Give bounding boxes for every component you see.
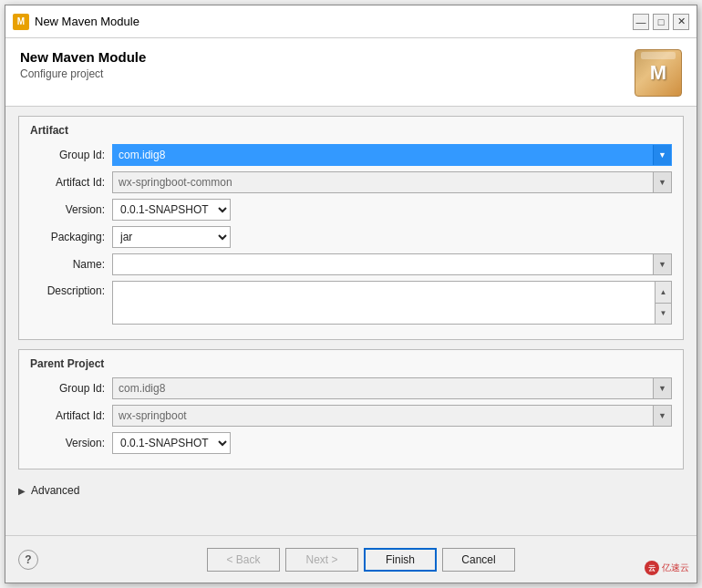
- advanced-row[interactable]: ▶ Advanced: [18, 479, 684, 502]
- parent-group-id-control: com.idig8 ▼: [112, 377, 672, 399]
- packaging-row: Packaging: jar war pom: [30, 226, 672, 248]
- cancel-button[interactable]: Cancel: [442, 548, 515, 572]
- parent-group-id-row: Group Id: com.idig8 ▼: [30, 377, 672, 399]
- watermark-icon: 云: [645, 561, 659, 575]
- description-value: [113, 282, 655, 324]
- footer-left: ?: [18, 550, 38, 570]
- parent-version-row: Version: 0.0.1-SNAPSHOT: [30, 432, 672, 454]
- footer-buttons: < Back Next > Finish Cancel: [38, 548, 684, 572]
- packaging-control: jar war pom: [112, 226, 672, 248]
- version-select[interactable]: 0.0.1-SNAPSHOT: [112, 199, 231, 221]
- parent-version-control: 0.0.1-SNAPSHOT: [112, 432, 672, 454]
- packaging-label: Packaging:: [30, 231, 112, 243]
- header-text: New Maven Module Configure project: [20, 49, 146, 80]
- parent-group-id-arrow[interactable]: ▼: [653, 378, 671, 398]
- artifact-id-row: Artifact Id: wx-springboot-common ▼: [30, 171, 672, 193]
- window-title: New Maven Module: [35, 15, 633, 28]
- group-id-value: com.idig8: [119, 149, 165, 161]
- parent-artifact-id-label: Artifact Id:: [30, 409, 112, 422]
- group-id-label: Group Id:: [30, 149, 112, 161]
- spinner-down[interactable]: ▼: [656, 304, 671, 325]
- parent-artifact-id-arrow[interactable]: ▼: [653, 406, 671, 426]
- help-button[interactable]: ?: [18, 550, 38, 570]
- artifact-id-label: Artifact Id:: [30, 176, 112, 189]
- back-button[interactable]: < Back: [207, 548, 280, 572]
- group-id-row: Group Id: com.idig8 ▼: [30, 144, 672, 166]
- parent-version-select[interactable]: 0.0.1-SNAPSHOT: [112, 432, 231, 454]
- finish-button[interactable]: Finish: [364, 548, 437, 572]
- watermark: 云 亿速云: [645, 561, 689, 575]
- window-icon: M: [13, 14, 29, 30]
- parent-artifact-id-combo[interactable]: wx-springboot ▼: [112, 405, 672, 427]
- name-label: Name:: [30, 258, 112, 271]
- advanced-arrow: ▶: [18, 486, 26, 496]
- parent-group-id-value: com.idig8: [119, 382, 165, 395]
- version-row: Version: 0.0.1-SNAPSHOT: [30, 199, 672, 221]
- name-control: ▼: [112, 253, 672, 275]
- content-area: Artifact Group Id: com.idig8 ▼ Artifact …: [5, 107, 697, 535]
- description-label: Description:: [30, 281, 112, 297]
- artifact-id-value: wx-springboot-common: [119, 176, 232, 189]
- parent-section: Parent Project Group Id: com.idig8 ▼ Art…: [18, 349, 684, 469]
- parent-group-id-label: Group Id:: [30, 382, 112, 395]
- dialog-subtitle: Configure project: [20, 67, 146, 80]
- parent-artifact-id-control: wx-springboot ▼: [112, 405, 672, 427]
- description-row: Description: ▲ ▼: [30, 281, 672, 325]
- maven-icon: M: [635, 49, 682, 97]
- spinner-up[interactable]: ▲: [656, 282, 671, 304]
- dialog-title: New Maven Module: [20, 49, 146, 65]
- name-row: Name: ▼: [30, 253, 672, 275]
- window-controls: — □ ✕: [633, 14, 689, 30]
- advanced-label: Advanced: [31, 484, 79, 497]
- parent-artifact-id-value: wx-springboot: [119, 409, 187, 422]
- maximize-button[interactable]: □: [653, 14, 669, 30]
- description-spinner-btns: ▲ ▼: [655, 282, 671, 324]
- main-window: M New Maven Module — □ ✕ New Maven Modul…: [5, 5, 697, 583]
- parent-group-id-combo[interactable]: com.idig8 ▼: [112, 377, 672, 399]
- description-spinner[interactable]: ▲ ▼: [112, 281, 672, 325]
- watermark-text: 亿速云: [662, 562, 689, 574]
- version-label: Version:: [30, 203, 112, 216]
- version-control: 0.0.1-SNAPSHOT: [112, 199, 672, 221]
- name-combo[interactable]: ▼: [112, 253, 672, 275]
- minimize-button[interactable]: —: [633, 14, 649, 30]
- artifact-id-combo[interactable]: wx-springboot-common ▼: [112, 171, 672, 193]
- parent-version-label: Version:: [30, 437, 112, 449]
- group-id-control: com.idig8 ▼: [112, 144, 672, 166]
- footer: ? < Back Next > Finish Cancel 云 亿速云: [5, 535, 697, 583]
- group-id-arrow[interactable]: ▼: [653, 145, 671, 165]
- packaging-select[interactable]: jar war pom: [112, 226, 231, 248]
- artifact-section-title: Artifact: [30, 124, 672, 137]
- parent-section-title: Parent Project: [30, 357, 672, 370]
- description-control: ▲ ▼: [112, 281, 672, 325]
- parent-artifact-id-row: Artifact Id: wx-springboot ▼: [30, 405, 672, 427]
- artifact-section: Artifact Group Id: com.idig8 ▼ Artifact …: [18, 116, 684, 340]
- artifact-id-arrow[interactable]: ▼: [653, 172, 671, 192]
- group-id-combo[interactable]: com.idig8 ▼: [112, 144, 672, 166]
- title-bar: M New Maven Module — □ ✕: [5, 5, 697, 38]
- header-section: New Maven Module Configure project M: [5, 38, 697, 107]
- artifact-id-control: wx-springboot-common ▼: [112, 171, 672, 193]
- close-button[interactable]: ✕: [673, 14, 689, 30]
- name-arrow[interactable]: ▼: [653, 254, 671, 274]
- next-button[interactable]: Next >: [285, 548, 358, 572]
